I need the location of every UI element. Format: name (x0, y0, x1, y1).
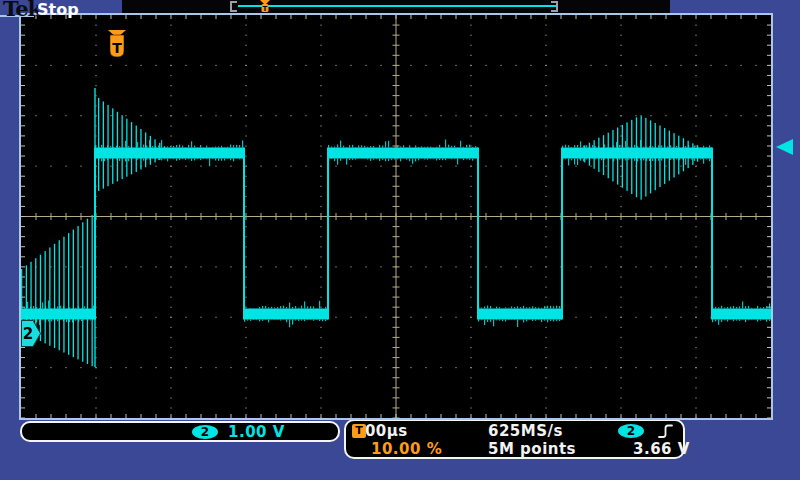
graticule: T 2 (19, 13, 773, 420)
svg-text:2: 2 (23, 325, 33, 343)
horizontal-trigger-readout[interactable]: 800μs 625MS/s 2 T 10.00 % 5M points 3.66… (344, 419, 685, 459)
svg-text:T: T (263, 5, 268, 13)
trigger-position-flag-icon[interactable]: T (107, 30, 127, 60)
sample-rate: 625MS/s (488, 422, 563, 440)
record-view-bar[interactable]: T (122, 0, 670, 13)
svg-text:T: T (112, 40, 122, 56)
trigger-position-value: 10.00 % (371, 440, 442, 458)
waveform-plot (21, 15, 771, 418)
record-length: 5M points (488, 440, 576, 458)
channel2-readout[interactable]: 2 1.00 V (20, 421, 340, 442)
channel2-scale: 1.00 V (228, 423, 285, 441)
trigger-slope-rising-edge-icon (658, 424, 674, 439)
record-waveform-line (238, 5, 556, 7)
record-trigger-position-icon[interactable]: T (259, 0, 271, 13)
oscilloscope-screen: Tek Stop T T 2 2 1.00 V 800μs 6 (0, 0, 800, 480)
trigger-source-badge: 2 (618, 424, 644, 438)
record-window-bracket-left (230, 1, 237, 12)
trigger-level-arrow-icon[interactable] (776, 139, 793, 155)
trigger-level-value: 3.66 V (633, 440, 690, 458)
channel2-badge: 2 (192, 425, 218, 439)
trigger-position-badge: T (352, 424, 366, 438)
tek-logo: Tek (3, 0, 41, 21)
acquisition-status: Stop (37, 0, 79, 19)
channel2-ground-marker-icon[interactable]: 2 (21, 320, 42, 347)
